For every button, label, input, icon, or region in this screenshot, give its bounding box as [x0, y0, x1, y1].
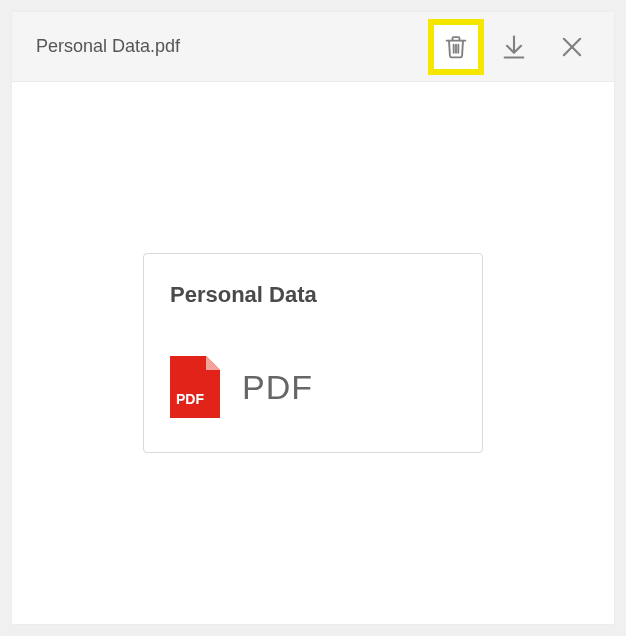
- download-button[interactable]: [486, 19, 542, 75]
- file-type-row: PDF PDF: [170, 356, 456, 418]
- close-icon: [558, 33, 586, 61]
- preview-content: Personal Data PDF PDF: [12, 82, 614, 624]
- file-preview-panel: Personal Data.pdf: [12, 12, 614, 624]
- download-icon: [500, 33, 528, 61]
- file-preview-card: Personal Data PDF PDF: [143, 253, 483, 453]
- panel-header: Personal Data.pdf: [12, 12, 614, 82]
- pdf-badge-text: PDF: [176, 391, 204, 407]
- header-actions: [428, 19, 600, 75]
- close-button[interactable]: [544, 19, 600, 75]
- delete-button[interactable]: [428, 19, 484, 75]
- trash-icon: [442, 33, 470, 61]
- document-title: Personal Data: [170, 282, 456, 308]
- file-name-label: Personal Data.pdf: [36, 36, 428, 57]
- pdf-file-icon: PDF: [170, 356, 220, 418]
- file-type-label: PDF: [242, 368, 313, 407]
